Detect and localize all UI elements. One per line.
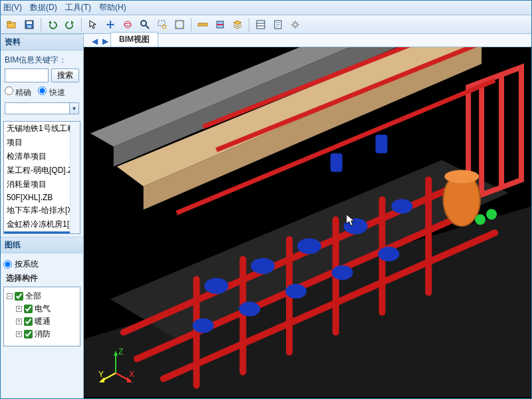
svg-point-53 [193, 319, 214, 333]
sidebar: 资料 BIM信息关键字： 搜索 精确 快速 ▼ 无锡地铁1号线工程[Q 项目 检… [1, 34, 84, 398]
tool-undo-icon[interactable] [45, 17, 60, 32]
tool-measure-icon[interactable] [196, 17, 210, 32]
viewport-area: ◀ ▶ BIM视图 [84, 34, 531, 398]
list-item[interactable]: 浦三路地铁站[XHL].ZB [4, 231, 80, 234]
svg-line-8 [146, 25, 149, 29]
svg-point-48 [204, 278, 228, 294]
svg-rect-3 [27, 21, 32, 24]
radio-by-system[interactable]: 按系统 [3, 259, 80, 270]
scrollbar[interactable] [70, 122, 80, 233]
tab-next-icon[interactable]: ▶ [100, 36, 110, 47]
list-item[interactable]: 消耗量项目 [4, 178, 80, 192]
svg-rect-18 [257, 21, 265, 29]
collapse-icon[interactable]: − [7, 293, 13, 299]
list-item[interactable]: 检清单项目 [4, 150, 80, 164]
axis-gizmo[interactable]: Z X Y [96, 346, 136, 386]
tool-open-icon[interactable] [5, 17, 19, 32]
tool-zoom-window-icon[interactable] [155, 17, 170, 32]
svg-point-60 [475, 214, 485, 225]
svg-rect-59 [376, 135, 388, 154]
radio-fast[interactable]: 快速 [38, 86, 65, 98]
tool-properties-icon[interactable] [253, 17, 268, 32]
menu-view[interactable]: 图(V) [3, 2, 22, 13]
svg-marker-65 [114, 350, 118, 356]
svg-point-61 [486, 209, 497, 219]
tool-zoom-fit-icon[interactable] [172, 17, 187, 32]
svg-point-54 [239, 302, 260, 317]
tool-zoom-icon[interactable] [138, 17, 152, 32]
list-item[interactable]: 无锡地铁1号线工程[Q [4, 122, 80, 136]
svg-point-47 [444, 170, 479, 183]
svg-rect-9 [158, 21, 165, 26]
tool-orbit-icon[interactable] [120, 17, 135, 32]
tree-node-root[interactable]: − 全部 [7, 290, 77, 303]
list-item[interactable]: 某工程-弱电[QD].ZB [4, 164, 80, 178]
svg-rect-1 [7, 21, 11, 23]
viewport-tabs: ◀ ▶ BIM视图 [84, 34, 531, 47]
tree-checkbox[interactable] [15, 292, 23, 301]
svg-point-7 [141, 21, 146, 26]
svg-point-55 [285, 284, 307, 299]
svg-point-6 [124, 23, 131, 26]
svg-point-50 [297, 238, 321, 254]
tree-node[interactable]: + 电气 [16, 303, 77, 315]
expand-icon[interactable]: + [16, 306, 22, 312]
search-input[interactable] [5, 68, 49, 82]
svg-point-57 [378, 247, 400, 261]
tree-checkbox[interactable] [24, 330, 33, 338]
svg-rect-12 [198, 23, 207, 26]
svg-point-5 [124, 21, 131, 28]
select-component-label: 选择构件 [6, 273, 80, 284]
svg-text:Y: Y [98, 370, 104, 379]
radio-exact[interactable]: 精确 [5, 86, 31, 98]
tool-redo-icon[interactable] [63, 17, 77, 32]
panel-drawings-header: 图纸 [1, 237, 83, 253]
component-tree[interactable]: − 全部 + 电气 + 暖通 + 消防 [3, 287, 80, 346]
tree-checkbox[interactable] [24, 317, 33, 326]
svg-point-10 [162, 25, 166, 29]
search-button[interactable]: 搜索 [51, 68, 79, 82]
svg-rect-4 [27, 25, 31, 28]
tool-save-icon[interactable] [22, 17, 37, 32]
svg-rect-58 [331, 154, 342, 172]
tab-bim-view[interactable]: BIM视图 [110, 32, 158, 47]
project-list[interactable]: 无锡地铁1号线工程[Q 项目 检清单项目 某工程-弱电[QD].ZB 消耗量项目… [3, 121, 80, 234]
tool-select-icon[interactable] [86, 17, 100, 32]
panel-materials-header: 资料 [1, 34, 83, 51]
menu-help[interactable]: 帮助(H) [99, 2, 126, 13]
tree-node[interactable]: + 暖通 [16, 315, 77, 328]
svg-point-49 [251, 258, 275, 274]
tab-prev-icon[interactable]: ◀ [89, 36, 100, 47]
tool-report-icon[interactable] [271, 17, 285, 32]
svg-text:Z: Z [118, 347, 123, 356]
svg-point-25 [293, 23, 297, 27]
bim-model-scene [84, 47, 531, 397]
tree-node[interactable]: + 消防 [16, 328, 77, 340]
list-item[interactable]: 50F[XHL].ZB [4, 192, 80, 203]
menu-tools[interactable]: 工具(T) [65, 2, 91, 13]
tool-section-icon[interactable] [213, 17, 227, 32]
expand-icon[interactable]: + [16, 319, 22, 325]
tool-layers-icon[interactable] [230, 17, 245, 32]
toolbar [1, 15, 531, 34]
svg-point-52 [392, 199, 413, 213]
chevron-down-icon: ▼ [69, 103, 78, 114]
tool-pan-icon[interactable] [103, 17, 118, 32]
filter-dropdown[interactable]: ▼ [5, 102, 79, 114]
list-item[interactable]: 项目 [4, 136, 80, 150]
list-item[interactable]: 金虹桥冷冻机房1[XHL [4, 217, 80, 231]
svg-point-56 [332, 265, 353, 280]
svg-text:X: X [129, 370, 134, 379]
menu-data[interactable]: 数据(D) [30, 2, 57, 13]
search-label: BIM信息关键字： [5, 55, 79, 66]
tool-settings-icon[interactable] [288, 17, 303, 32]
viewport-3d[interactable]: Z X Y [84, 47, 531, 398]
expand-icon[interactable]: + [16, 331, 22, 337]
list-item[interactable]: 地下车库-给排水[XHL] [4, 203, 80, 217]
tree-checkbox[interactable] [24, 305, 33, 313]
menu-bar: 图(V) 数据(D) 工具(T) 帮助(H) [1, 1, 531, 15]
